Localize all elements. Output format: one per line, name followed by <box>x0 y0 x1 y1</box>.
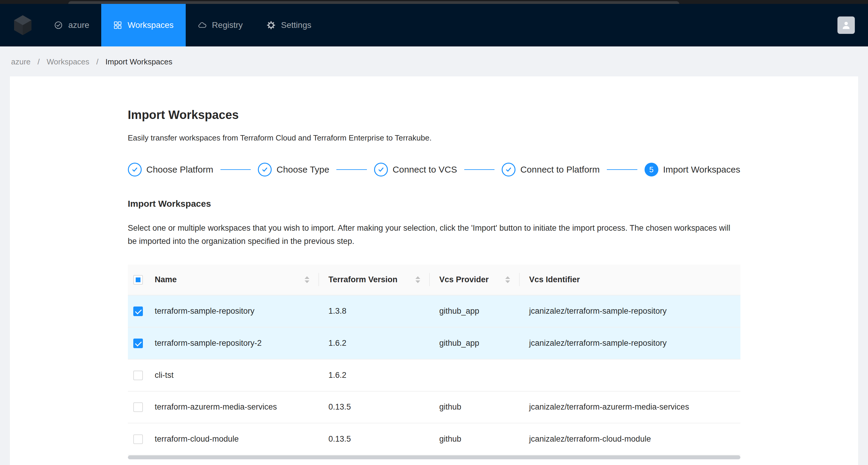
cell-vcs-provider: github_app <box>430 327 520 359</box>
step-connect-to-vcs: Connect to VCS <box>374 163 457 177</box>
nav-tab-workspaces[interactable]: Workspaces <box>101 4 186 46</box>
sort-icon[interactable] <box>305 276 309 283</box>
section-description: Select one or multiple workspaces that y… <box>128 221 740 248</box>
gear-icon <box>267 21 276 30</box>
step-connect-to-platform: Connect to Platform <box>502 163 600 177</box>
step-title: Choose Platform <box>147 164 213 175</box>
column-header-terraform-version: Terraform Version <box>329 275 398 284</box>
step-connector <box>220 169 251 170</box>
browser-tab <box>68 1 679 4</box>
breadcrumb-item-azure[interactable]: azure <box>11 57 31 66</box>
row-checkbox[interactable] <box>133 402 143 412</box>
cell-vcs-provider: github <box>430 391 520 423</box>
nav-tab-label: Settings <box>281 20 311 30</box>
import-workspaces-content: Import Workspaces Easily transfer worksp… <box>128 76 740 459</box>
cell-terraform-version: 1.3.8 <box>319 295 430 327</box>
breadcrumb-separator: / <box>96 57 98 66</box>
breadcrumb-separator: / <box>37 57 39 66</box>
step-number-badge: 5 <box>645 163 658 177</box>
cell-terraform-version: 0.13.5 <box>319 391 430 423</box>
nav-tab-label: Workspaces <box>128 20 174 30</box>
sort-icon[interactable] <box>415 276 420 283</box>
nav-tab-settings[interactable]: Settings <box>255 4 323 46</box>
breadcrumb: azure / Workspaces / Import Workspaces <box>0 46 868 76</box>
horizontal-scrollbar[interactable] <box>128 456 740 459</box>
step-choose-type: Choose Type <box>258 163 329 177</box>
section-title: Import Workspaces <box>128 198 740 210</box>
cell-vcs-identifier: jcanizalez/terraform-cloud-module <box>520 423 740 455</box>
column-header-name: Name <box>155 275 177 284</box>
breadcrumb-item-workspaces[interactable]: Workspaces <box>47 57 90 66</box>
cell-terraform-version: 1.6.2 <box>319 359 430 391</box>
cell-terraform-version: 0.13.5 <box>319 423 430 455</box>
breadcrumb-item-current: Import Workspaces <box>105 57 172 66</box>
cell-terraform-version: 1.6.2 <box>319 327 430 359</box>
table-header-row: Name Terraform Version Vcs Provider <box>128 265 740 295</box>
user-icon <box>841 20 851 30</box>
cell-vcs-identifier: jcanizalez/terraform-sample-repository <box>520 295 740 327</box>
step-connector <box>464 169 495 170</box>
table-row[interactable]: terraform-sample-repository-2 1.6.2 gith… <box>128 327 740 359</box>
navbar-right <box>837 17 855 34</box>
terrakube-logo[interactable] <box>12 13 34 37</box>
browser-chrome-strip <box>0 0 868 4</box>
step-choose-platform: Choose Platform <box>128 163 213 177</box>
step-title: Import Workspaces <box>663 164 740 175</box>
cell-name: terraform-sample-repository <box>145 295 319 327</box>
logo-hexagon-icon <box>12 13 34 37</box>
step-connector <box>336 169 367 170</box>
cloud-icon <box>198 21 207 30</box>
workspaces-table: Name Terraform Version Vcs Provider <box>128 265 740 456</box>
step-check-icon <box>502 163 516 177</box>
page-title: Import Workspaces <box>128 107 740 122</box>
step-check-icon <box>258 163 272 177</box>
table-row[interactable]: terraform-sample-repository 1.3.8 github… <box>128 295 740 327</box>
table-row[interactable]: terraform-cloud-module 0.13.5 github jca… <box>128 423 740 455</box>
cell-vcs-provider: github_app <box>430 295 520 327</box>
org-label: azure <box>68 20 89 30</box>
steps-progress: Choose Platform Choose Type Connect to V… <box>128 163 740 177</box>
step-title: Connect to Platform <box>520 164 600 175</box>
column-header-vcs-provider: Vcs Provider <box>439 275 489 284</box>
page-subtitle: Easily transfer workspaces from Terrafor… <box>128 133 740 143</box>
grid-icon <box>113 21 122 30</box>
cell-name: cli-tst <box>145 359 319 391</box>
nav-tab-label: Registry <box>212 20 243 30</box>
row-checkbox[interactable] <box>133 434 143 444</box>
sort-icon[interactable] <box>505 276 510 283</box>
main-card: Import Workspaces Easily transfer worksp… <box>10 76 858 465</box>
cell-vcs-identifier <box>520 359 740 391</box>
cell-name: terraform-sample-repository-2 <box>145 327 319 359</box>
row-checkbox[interactable] <box>133 307 143 316</box>
table-row[interactable]: cli-tst 1.6.2 <box>128 359 740 391</box>
cell-name: terraform-azurerm-media-services <box>145 391 319 423</box>
table-row[interactable]: terraform-azurerm-media-services 0.13.5 … <box>128 391 740 423</box>
step-check-icon <box>128 163 142 177</box>
cell-vcs-provider: github <box>430 423 520 455</box>
org-selector[interactable]: azure <box>42 4 101 46</box>
user-avatar[interactable] <box>837 17 855 34</box>
column-header-vcs-identifier: Vcs Identifier <box>529 275 580 284</box>
cell-vcs-identifier: jcanizalez/terraform-azurerm-media-servi… <box>520 391 740 423</box>
step-connector <box>607 169 637 170</box>
check-circle-icon <box>54 21 63 30</box>
step-title: Connect to VCS <box>393 164 457 175</box>
row-checkbox[interactable] <box>133 371 143 380</box>
cell-vcs-identifier: jcanizalez/terraform-sample-repository <box>520 327 740 359</box>
select-all-checkbox[interactable] <box>133 275 143 285</box>
row-checkbox[interactable] <box>133 339 143 348</box>
step-import-workspaces: 5 Import Workspaces <box>645 163 740 177</box>
cell-name: terraform-cloud-module <box>145 423 319 455</box>
nav-tab-registry[interactable]: Registry <box>186 4 255 46</box>
step-title: Choose Type <box>276 164 329 175</box>
step-check-icon <box>374 163 388 177</box>
top-navbar: azure Workspaces Registry <box>0 4 868 46</box>
cell-vcs-provider <box>430 359 520 391</box>
